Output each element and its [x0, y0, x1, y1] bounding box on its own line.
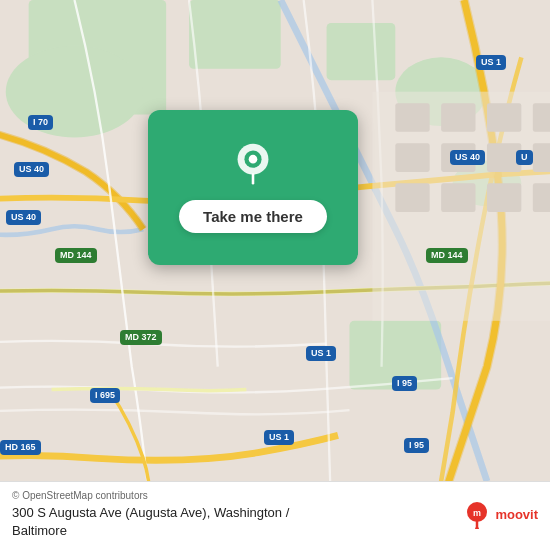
svg-rect-12: [533, 103, 550, 132]
svg-rect-11: [487, 103, 521, 132]
address-text: 300 S Augusta Ave (Augusta Ave), Washing…: [12, 504, 289, 540]
shield-us1-bottom: US 1: [264, 430, 294, 445]
svg-point-4: [6, 46, 144, 138]
bottom-bar: © OpenStreetMap contributors 300 S Augus…: [0, 481, 550, 550]
moovit-logo: m moovit: [463, 501, 538, 529]
shield-md372: MD 372: [120, 330, 162, 345]
svg-rect-9: [395, 103, 429, 132]
bottom-left-info: © OpenStreetMap contributors 300 S Augus…: [12, 490, 289, 540]
map-background: sville: [0, 0, 550, 550]
svg-point-24: [249, 155, 258, 164]
svg-point-27: [475, 527, 479, 529]
shield-us1-mid: US 1: [306, 346, 336, 361]
map-container: sville I 70 US 40 US 40 US 1 US 40 U MD …: [0, 0, 550, 550]
shield-us40-far-right: U: [516, 150, 533, 165]
location-pin-icon: [229, 142, 277, 190]
osm-attribution: © OpenStreetMap contributors: [12, 490, 289, 501]
svg-rect-16: [533, 143, 550, 172]
svg-rect-17: [395, 183, 429, 212]
svg-rect-13: [395, 143, 429, 172]
svg-rect-19: [487, 183, 521, 212]
svg-rect-10: [441, 103, 475, 132]
svg-rect-18: [441, 183, 475, 212]
popup-card: Take me there: [148, 110, 358, 265]
shield-us1-top-right: US 1: [476, 55, 506, 70]
svg-rect-3: [327, 23, 396, 80]
shield-md144-right: MD 144: [426, 248, 468, 263]
take-me-there-button[interactable]: Take me there: [179, 200, 327, 233]
shield-md144-left: MD 144: [55, 248, 97, 263]
moovit-icon: m: [463, 501, 491, 529]
shield-us40-left: US 40: [14, 162, 49, 177]
shield-i95-lower: I 95: [404, 438, 429, 453]
moovit-brand-name: moovit: [495, 507, 538, 522]
svg-rect-20: [533, 183, 550, 212]
svg-rect-2: [189, 0, 281, 69]
shield-i695: I 695: [90, 388, 120, 403]
shield-hd165: HD 165: [0, 440, 41, 455]
shield-us40-right: US 40: [450, 150, 485, 165]
svg-text:m: m: [473, 508, 481, 518]
shield-i70: I 70: [28, 115, 53, 130]
shield-i95-upper: I 95: [392, 376, 417, 391]
shield-us40-far-left: US 40: [6, 210, 41, 225]
